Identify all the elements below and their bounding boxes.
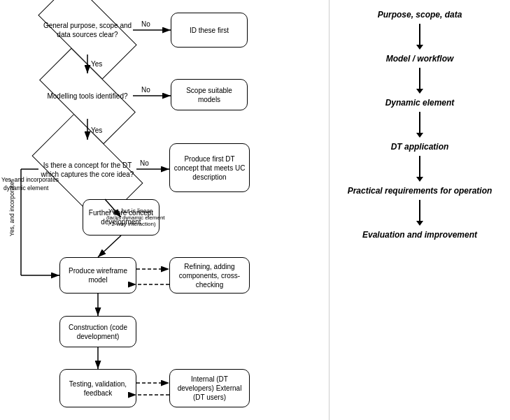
right-item-1: Model / workflow: [330, 51, 510, 66]
right-arrow-2: [416, 112, 423, 138]
rect-testing: Testing, validation, feedback: [59, 369, 136, 407]
diamond-general-purpose: General purpose, scope and data sources …: [42, 6, 133, 55]
right-item-0: Purpose, scope, data: [330, 7, 510, 22]
rect-construction: Construction (code development): [59, 316, 136, 347]
rect-refining: Refining, adding components, cross-check…: [169, 257, 250, 294]
flowchart-arrows: Yes No Yes No No Yes, but is linear (lac…: [0, 0, 329, 420]
rect-scope-models: Scope suitable models: [171, 79, 248, 110]
svg-text:No: No: [141, 86, 150, 94]
right-arrow-1: [416, 68, 423, 94]
diamond-modelling-tools: Modelling tools identified?: [42, 73, 133, 119]
rect-wireframe: Produce wireframe model: [59, 257, 136, 294]
svg-text:Yes, and incorporates: Yes, and incorporates: [8, 179, 15, 236]
main-container: General purpose, scope and data sources …: [0, 0, 510, 420]
right-arrow-4: [416, 200, 423, 226]
right-panel: Purpose, scope, data Model / workflow Dy…: [329, 0, 510, 420]
diamond-concept: Is there a concept for the DT which capt…: [38, 140, 136, 199]
svg-line-22: [98, 236, 121, 257]
svg-text:No: No: [140, 159, 149, 167]
rect-id-first: ID these first: [171, 13, 248, 48]
rect-further-development: Further core concept development: [83, 199, 160, 236]
right-item-5: Evaluation and improvement: [330, 227, 510, 242]
svg-text:No: No: [141, 20, 150, 28]
right-item-3: DT application: [330, 139, 510, 154]
right-arrow-3: [416, 156, 423, 182]
rect-first-concept: Produce first DT concept that meets UC d…: [169, 143, 250, 192]
right-item-4: Practical requirements for operation: [330, 183, 510, 198]
right-arrow-0: [416, 24, 423, 50]
right-item-2: Dynamic element: [330, 95, 510, 110]
flowchart: General purpose, scope and data sources …: [0, 0, 329, 420]
rect-internal-external: Internal (DT developers) External (DT us…: [169, 369, 250, 407]
